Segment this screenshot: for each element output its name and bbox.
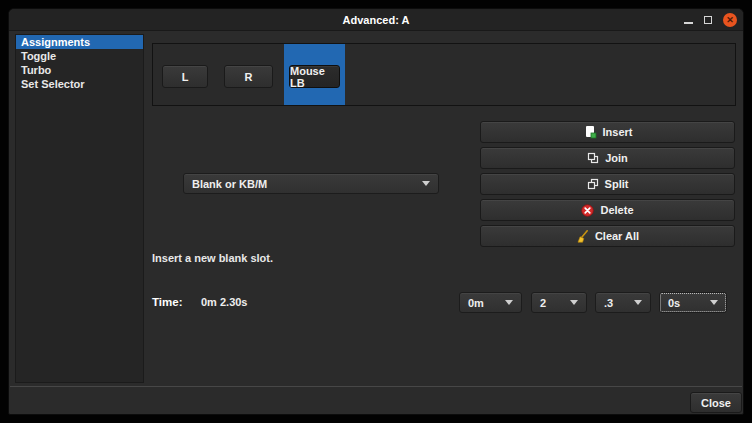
chevron-down-icon — [570, 300, 578, 305]
time-value: 0m 2.30s — [201, 296, 247, 308]
minimize-button[interactable] — [679, 9, 699, 31]
slot-strip-panel: L R Mouse LB — [152, 43, 736, 106]
chevron-down-icon — [505, 300, 513, 305]
sidebar-item-toggle[interactable]: Toggle — [16, 49, 143, 63]
delete-button[interactable]: Delete — [480, 199, 735, 221]
sidebar-item-turbo[interactable]: Turbo — [16, 63, 143, 77]
maximize-icon — [704, 16, 712, 24]
time-minutes-dropdown[interactable]: 0m — [459, 292, 522, 313]
minimize-icon — [684, 22, 693, 24]
titlebar[interactable]: Advanced: A ✕ — [9, 9, 743, 31]
join-icon — [587, 152, 599, 164]
close-button[interactable]: Close — [690, 392, 742, 413]
time-decisecond-dropdown[interactable]: .3 — [595, 292, 651, 313]
time-hundredths-value: 0s — [668, 297, 680, 309]
desktop-background: Advanced: A ✕ Assignments Toggle Turbo S… — [0, 0, 752, 423]
preset-dropdown[interactable]: Blank or KB/M — [183, 173, 439, 194]
insert-button-label: Insert — [603, 126, 633, 138]
window-close-button[interactable]: ✕ — [720, 9, 740, 31]
sidebar-item-assignments[interactable]: Assignments — [16, 35, 143, 49]
insert-button[interactable]: Insert — [480, 121, 735, 143]
slot-button-l[interactable]: L — [162, 65, 208, 88]
clear-all-button[interactable]: Clear All — [480, 225, 735, 247]
slot-hint-text: Insert a new blank slot. — [152, 252, 273, 264]
sidebar-item-set-selector[interactable]: Set Selector — [16, 77, 143, 91]
split-icon — [587, 178, 599, 190]
broom-icon — [576, 230, 589, 243]
chevron-down-icon — [634, 300, 642, 305]
split-button-label: Split — [605, 178, 629, 190]
join-button[interactable]: Join — [480, 147, 735, 169]
split-button[interactable]: Split — [480, 173, 735, 195]
delete-button-label: Delete — [600, 204, 633, 216]
time-seconds-dropdown[interactable]: 2 — [531, 292, 587, 313]
time-seconds-value: 2 — [540, 297, 546, 309]
delete-icon — [581, 204, 594, 217]
category-list: Assignments Toggle Turbo Set Selector — [15, 34, 144, 383]
slot-button-mouse-lb[interactable]: Mouse LB — [289, 65, 340, 88]
preset-dropdown-value: Blank or KB/M — [192, 178, 267, 190]
time-label: Time: — [152, 296, 182, 308]
advanced-dialog-window: Advanced: A ✕ Assignments Toggle Turbo S… — [8, 8, 744, 415]
time-hundredths-dropdown[interactable]: 0s — [659, 292, 727, 313]
maximize-button[interactable] — [699, 9, 719, 31]
insert-icon — [583, 125, 597, 139]
chevron-down-icon — [710, 300, 718, 305]
close-icon: ✕ — [723, 13, 737, 27]
chevron-down-icon — [422, 181, 430, 186]
clear-all-button-label: Clear All — [595, 230, 639, 242]
join-button-label: Join — [605, 152, 628, 164]
time-minutes-value: 0m — [468, 297, 484, 309]
time-decisecond-value: .3 — [604, 297, 613, 309]
window-title: Advanced: A — [9, 9, 743, 31]
footer-divider — [10, 386, 742, 387]
slot-button-r[interactable]: R — [224, 65, 273, 88]
